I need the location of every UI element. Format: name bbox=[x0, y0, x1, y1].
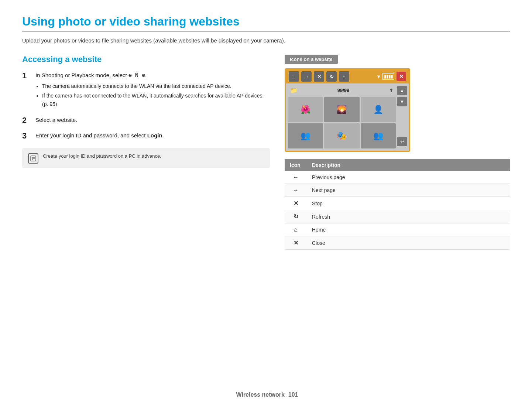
table-header-icon: Icon bbox=[285, 159, 307, 171]
table-row: ←Previous page bbox=[285, 171, 510, 184]
step-1: 1 In Shooting or Playback mode, select ⊕… bbox=[22, 71, 270, 110]
step-1-number: 1 bbox=[22, 71, 30, 81]
step-3-number: 3 bbox=[22, 131, 30, 141]
step-1-bullet-2: If the camera has not connected to the W… bbox=[42, 92, 270, 108]
table-cell-icon: ← bbox=[285, 171, 307, 184]
footer-label: Wireless network bbox=[236, 391, 284, 398]
step-2-number: 2 bbox=[22, 116, 30, 125]
cam-right-col: ▲ ▼ ↩ bbox=[397, 86, 407, 148]
table-cell-desc: Refresh bbox=[307, 210, 510, 223]
note-icon bbox=[28, 153, 38, 164]
table-header-desc: Description bbox=[307, 159, 510, 171]
cam-thumb-5: 🎭 bbox=[324, 123, 359, 148]
cam-btn-forward[interactable]: → bbox=[301, 71, 312, 82]
cam-topbar: 📁 99/99 ⬆ bbox=[288, 86, 396, 95]
cam-btn-stop[interactable]: ✕ bbox=[314, 71, 324, 82]
camera-screen: ← → ✕ ↻ ⌂ ▼ ▮▮▮▮ ✕ 📁 99/99 bbox=[285, 68, 410, 152]
table-cell-desc: Next page bbox=[307, 184, 510, 197]
step-3: 3 Enter your login ID and password, and … bbox=[22, 131, 270, 141]
page-footer: Wireless network 101 bbox=[0, 391, 532, 398]
cam-toolbar: ← → ✕ ↻ ⌂ ▼ ▮▮▮▮ ✕ bbox=[286, 69, 409, 83]
cam-scroll-down[interactable]: ▼ bbox=[397, 97, 407, 106]
page-subtitle: Upload your photos or videos to file sha… bbox=[22, 37, 510, 44]
table-cell-icon: ✕ bbox=[285, 236, 307, 250]
table-cell-icon: ✕ bbox=[285, 197, 307, 210]
footer-page: 101 bbox=[288, 391, 298, 398]
icons-badge: Icons on a website bbox=[285, 55, 338, 64]
cam-thumb-2: 🌄 bbox=[324, 97, 359, 122]
cam-thumb-1: 🌺 bbox=[288, 97, 323, 122]
table-cell-desc: Close bbox=[307, 236, 510, 250]
right-column: Icons on a website ← → ✕ ↻ ⌂ ▼ ▮▮▮▮ ✕ bbox=[285, 55, 510, 250]
step-3-content: Enter your login ID and password, and se… bbox=[35, 131, 164, 140]
cam-btn-home[interactable]: ⌂ bbox=[339, 71, 349, 82]
cam-folder-icon: 📁 bbox=[290, 87, 298, 94]
cam-scroll-up[interactable]: ▲ bbox=[397, 86, 407, 95]
cam-close-btn[interactable]: ✕ bbox=[397, 72, 406, 81]
cam-thumb-4: 👥 bbox=[288, 123, 323, 148]
cam-main-area: 📁 99/99 ⬆ 🌺 🌄 👤 👥 🎭 👥 bbox=[288, 86, 396, 148]
step-1-bullet-1: The camera automatically connects to the… bbox=[42, 82, 270, 90]
cam-thumb-3: 👤 bbox=[361, 97, 396, 122]
table-cell-icon: ⌂ bbox=[285, 223, 307, 236]
table-row: →Next page bbox=[285, 184, 510, 197]
cam-btn-back[interactable]: ← bbox=[289, 71, 299, 82]
step-2: 2 Select a website. bbox=[22, 116, 270, 125]
table-row: ↻Refresh bbox=[285, 210, 510, 223]
cam-wifi-icon: ▼ bbox=[376, 74, 381, 79]
step-1-content: In Shooting or Playback mode, select ⊕ Ñ… bbox=[35, 71, 270, 110]
cam-thumb-6: 👥 bbox=[361, 123, 396, 148]
section-heading: Accessing a website bbox=[22, 55, 270, 64]
table-row: ✕Close bbox=[285, 236, 510, 250]
cam-btn-refresh[interactable]: ↻ bbox=[326, 71, 337, 82]
table-row: ⌂Home bbox=[285, 223, 510, 236]
content-row: Accessing a website 1 In Shooting or Pla… bbox=[22, 55, 510, 250]
note-text: Create your login ID and password on a P… bbox=[43, 153, 161, 160]
table-cell-desc: Stop bbox=[307, 197, 510, 210]
cam-battery-icon: ▮▮▮▮ bbox=[382, 73, 394, 80]
table-cell-icon: → bbox=[285, 184, 307, 197]
icons-table: Icon Description ←Previous page→Next pag… bbox=[285, 159, 510, 250]
table-row: ✕Stop bbox=[285, 197, 510, 210]
table-cell-icon: ↻ bbox=[285, 210, 307, 223]
cam-upload-icon: ⬆ bbox=[389, 88, 394, 93]
cam-content: 📁 99/99 ⬆ 🌺 🌄 👤 👥 🎭 👥 bbox=[286, 83, 409, 151]
table-cell-desc: Home bbox=[307, 223, 510, 236]
note-box: Create your login ID and password on a P… bbox=[22, 148, 270, 168]
cam-thumbnails: 🌺 🌄 👤 👥 🎭 👥 bbox=[288, 97, 396, 148]
table-cell-desc: Previous page bbox=[307, 171, 510, 184]
cam-status-icons: ▼ ▮▮▮▮ bbox=[376, 73, 394, 80]
cam-counter: 99/99 bbox=[337, 88, 350, 93]
cam-back-btn[interactable]: ↩ bbox=[397, 137, 407, 146]
page-title: Using photo or video sharing websites bbox=[22, 15, 510, 32]
step-2-content: Select a website. bbox=[35, 116, 77, 124]
left-column: Accessing a website 1 In Shooting or Pla… bbox=[22, 55, 270, 250]
